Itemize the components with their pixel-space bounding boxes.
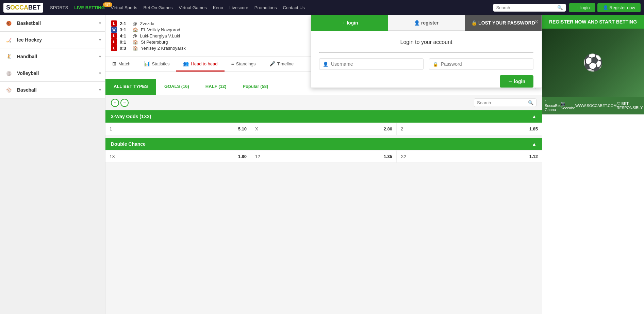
- nav-live-betting[interactable]: LIVE BETTING 474: [74, 5, 105, 10]
- chevron-icon: ▾: [99, 21, 101, 26]
- chevron-icon: ▾: [99, 71, 101, 76]
- bet-tab-goals[interactable]: GOALS (16): [156, 79, 197, 95]
- popup-close-button[interactable]: ✕: [534, 18, 539, 26]
- nav-sports[interactable]: SPORTS: [50, 5, 68, 10]
- sidebar-item-basketball[interactable]: 🏀 Basketball ▾: [0, 15, 105, 32]
- sidebar-label: Basketball: [17, 20, 99, 26]
- tab-timeline[interactable]: 🎤 Timeline: [263, 57, 301, 72]
- register-banner[interactable]: REGISTER NOW AND START BETTING: [542, 15, 644, 29]
- popup-login-button[interactable]: → login: [500, 75, 533, 88]
- match-score: 0:1: [120, 40, 130, 45]
- venue-away-icon: @: [133, 21, 137, 26]
- sidebar-label: Ice Hockey: [17, 37, 99, 43]
- lock-icon: 🔒: [433, 62, 438, 67]
- sidebar: 🏀 Basketball ▾ 🏒 Ice Hockey ▾ 🤾 Handball…: [0, 15, 105, 314]
- nav-contact[interactable]: Contact Us: [283, 5, 304, 10]
- chevron-icon: ▾: [99, 88, 101, 92]
- result-badge-loss: L: [111, 20, 117, 27]
- match-tab-icon: ⊞: [112, 61, 116, 66]
- login-popup: → login 👤 register 🔒 LOST YOUR PASSWORD …: [311, 15, 542, 88]
- odds-cell-1[interactable]: 1 5.10: [105, 123, 251, 135]
- result-badge-loss: L: [111, 39, 117, 45]
- sidebar-label: Baseball: [17, 87, 99, 93]
- expand-all-button[interactable]: +: [111, 99, 119, 107]
- username-input[interactable]: [331, 61, 420, 67]
- nav-promotions[interactable]: Promotions: [254, 5, 277, 10]
- right-panel: REGISTER NOW AND START BETTING ⚽ f Socca…: [542, 15, 644, 314]
- venue-away-icon: @: [133, 33, 137, 38]
- sidebar-item-ice-hockey[interactable]: 🏒 Ice Hockey ▾: [0, 32, 105, 48]
- tab-statistics[interactable]: 📊 Statistics: [137, 57, 176, 72]
- social-bar: f SoccaBet Ghana 📷 Soccabe WWW.SOCCABET.…: [542, 97, 644, 114]
- tab-head-to-head[interactable]: 👥 Head to head: [176, 57, 224, 72]
- sidebar-item-handball[interactable]: 🤾 Handball ▾: [0, 48, 105, 65]
- odds-cell-1x[interactable]: 1X 1.80: [105, 151, 251, 162]
- match-score: 2:1: [120, 21, 130, 26]
- facebook-icon[interactable]: f SoccaBet Ghana: [545, 99, 561, 112]
- team-name: Yenisey 2 Krasnoyarsk: [141, 46, 186, 51]
- bet-tab-half[interactable]: HALF (12): [197, 79, 234, 95]
- main-content: L 2:1 @ Zvezda W 3:1 🏠 El. Velikiy Novgo…: [105, 15, 542, 314]
- search-button[interactable]: 🔍: [557, 5, 563, 10]
- baseball-icon: ⚾: [4, 85, 14, 95]
- password-input[interactable]: [441, 61, 530, 67]
- tab-standings[interactable]: ≡ Standings: [225, 57, 263, 72]
- ice-hockey-icon: 🏒: [4, 35, 14, 45]
- head-to-head-tab-icon: 👥: [183, 61, 189, 66]
- result-badge-loss: L: [111, 33, 117, 39]
- three-way-odds-header[interactable]: 3-Way Odds (1X2) ▲: [105, 110, 542, 123]
- register-button[interactable]: 👤 Register now: [597, 3, 641, 12]
- venue-home-icon: 🏠: [133, 40, 138, 45]
- person-icon: 👤: [603, 5, 608, 10]
- nav-keno[interactable]: Keno: [213, 5, 223, 10]
- collapse-all-button[interactable]: −: [120, 99, 129, 107]
- site-logo[interactable]: SOCCABET: [3, 3, 43, 13]
- tab-match[interactable]: ⊞ Match: [105, 57, 137, 72]
- odds-cell-2[interactable]: 2 1.85: [397, 123, 542, 135]
- popup-tab-lost-password[interactable]: 🔒 LOST YOUR PASSWORD: [465, 15, 542, 31]
- lock-icon: 🔒: [471, 20, 477, 26]
- website-link[interactable]: WWW.SOCCABET.COM: [575, 104, 617, 108]
- instagram-icon[interactable]: 📷 Soccabe: [561, 101, 575, 110]
- nav-bet-on-games[interactable]: Bet On Games: [144, 5, 173, 10]
- double-chance-row: 1X 1.80 12 1.35 X2 1.12: [105, 151, 542, 163]
- username-input-group: 👤: [319, 58, 424, 70]
- login-button[interactable]: → login: [569, 3, 595, 12]
- team-name: St Petersburg: [141, 40, 168, 45]
- nav-livescore[interactable]: Livescore: [229, 5, 248, 10]
- bet-search-box: 🔍: [474, 98, 536, 107]
- result-badge-loss: L: [111, 45, 117, 51]
- bet-tab-popular[interactable]: Popular (58): [234, 79, 276, 95]
- sidebar-item-volleyball[interactable]: 🏐 Volleyball ▾: [0, 65, 105, 82]
- double-chance-header[interactable]: Double Chance ▲: [105, 138, 542, 150]
- three-way-odds-row: 1 5.10 X 2.80 2 1.85: [105, 123, 542, 135]
- result-badge-win: W: [111, 27, 117, 33]
- popup-tab-register[interactable]: 👤 register: [388, 15, 465, 31]
- arrow-icon: →: [508, 79, 513, 84]
- handball-icon: 🤾: [4, 52, 14, 61]
- sidebar-label: Volleyball: [17, 70, 99, 76]
- venue-home-icon: 🏠: [133, 46, 138, 51]
- odds-cell-x[interactable]: X 2.80: [251, 123, 397, 135]
- search-box: 🔍: [493, 4, 566, 12]
- bet-search-row: + − 🔍: [105, 95, 542, 110]
- venue-home-icon: 🏠: [133, 27, 138, 32]
- nav-virtual-sports[interactable]: Virtual Sports: [111, 5, 137, 10]
- collapse-icon: ▲: [532, 114, 536, 119]
- sidebar-item-baseball[interactable]: ⚾ Baseball ▾: [0, 82, 105, 98]
- basketball-icon: 🏀: [4, 18, 14, 28]
- responsible-gaming: 🛡 BET RESPONSIBLY: [617, 101, 643, 110]
- match-score: 3:1: [120, 27, 130, 32]
- bet-tab-all[interactable]: ALL BET TYPES: [105, 79, 156, 95]
- odds-cell-x2[interactable]: X2 1.12: [397, 151, 542, 162]
- login-icon: →: [341, 20, 345, 26]
- search-input[interactable]: [496, 5, 557, 10]
- odds-cell-12[interactable]: 12 1.35: [251, 151, 397, 162]
- bet-search-input[interactable]: [477, 100, 528, 105]
- password-input-group: 🔒: [429, 58, 533, 70]
- popup-tabs: → login 👤 register 🔒 LOST YOUR PASSWORD: [311, 15, 542, 31]
- popup-tab-login[interactable]: → login: [311, 15, 388, 31]
- team-name: El. Velikiy Novgorod: [141, 27, 180, 32]
- register-icon: 👤: [414, 20, 420, 26]
- nav-virtual-games[interactable]: Virtual Games: [179, 5, 207, 10]
